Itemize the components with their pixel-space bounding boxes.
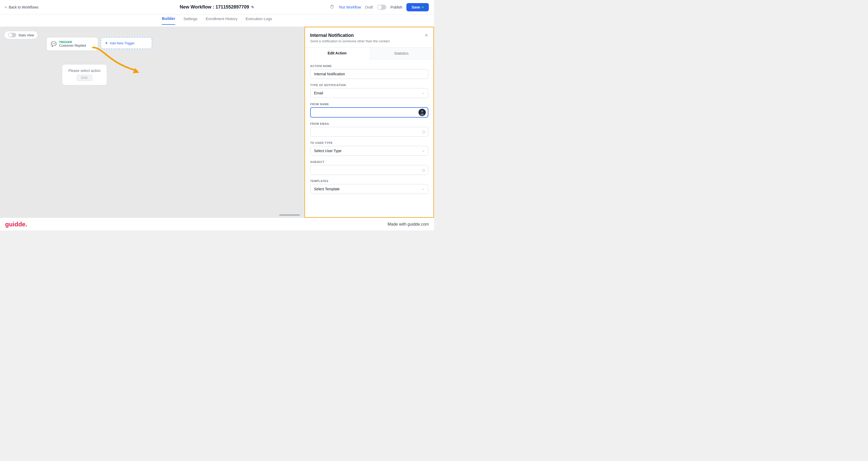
tab-execution-logs[interactable]: Execution Logs (246, 17, 272, 25)
from-name-label: FROM NAME (310, 103, 428, 106)
panel-tab-edit-action[interactable]: Edit Action (305, 47, 369, 59)
edit-title-icon[interactable]: ✎ (251, 5, 254, 9)
stats-toggle-knob (8, 33, 12, 37)
stats-view-label: Stats View (18, 33, 34, 37)
header-left: ‹ Back to Workflows (5, 4, 38, 10)
panel-body: ACTION NAME TYPE OF NOTIFICATION Email S… (305, 59, 433, 217)
to-user-type-label: TO USER TYPE (310, 141, 428, 144)
draft-label: Draft (365, 5, 373, 9)
internal-notification-panel: Internal Notification ✕ Send a notificat… (305, 27, 434, 218)
test-workflow-button[interactable]: Test Workflow (339, 5, 361, 9)
from-name-input-wrapper (310, 107, 428, 118)
header-center: New Workflow : 1711552897709 ✎ (180, 4, 254, 10)
header-right: ⏱ Test Workflow Draft Publish Save (330, 3, 429, 11)
trigger-value: Customer Replied (59, 43, 86, 47)
add-trigger-label: Add New Trigger (110, 41, 135, 45)
subject-input-wrapper: ◇ (310, 165, 428, 175)
trigger-chat-icon: 💬 (51, 41, 57, 47)
subject-input[interactable] (310, 165, 428, 175)
trigger-label: Trigger (59, 40, 86, 43)
workflow-title-text: New Workflow : 1711552897709 (180, 4, 249, 10)
to-user-type-field-group: TO USER TYPE Select User Type Admin Agen… (310, 141, 428, 156)
sub-navigation: Builder Settings Enrollment History Exec… (0, 14, 434, 27)
footer-bar: guidde. Made with guidde.com (0, 218, 434, 230)
tab-settings[interactable]: Settings (183, 17, 197, 25)
panel-header: Internal Notification ✕ Send a notificat… (305, 27, 433, 47)
type-of-notification-select-wrapper: Email SMS Push (310, 88, 428, 98)
back-arrow-icon: ‹ (5, 4, 7, 10)
action-name-field-group: ACTION NAME (310, 64, 428, 79)
action-node-end-label: END (77, 75, 92, 81)
trigger-node-content: Trigger Customer Replied (59, 40, 86, 47)
made-with-text: Made with guidde.com (388, 222, 429, 227)
panel-tab-statistics[interactable]: Statistics (369, 47, 433, 59)
type-of-notification-label: TYPE OF NOTIFICATION (310, 84, 428, 87)
please-select-action-node[interactable]: Please select action END (62, 64, 107, 85)
guidde-logo: guidde. (5, 221, 27, 228)
templates-select-wrapper: Select Template (310, 184, 428, 194)
subject-tag-icon: ◇ (422, 168, 425, 172)
add-new-trigger-node[interactable]: + Add New Trigger (101, 37, 152, 49)
stats-toggle-switch[interactable] (8, 33, 16, 37)
panel-subtitle: Send a notification to someone other tha… (310, 39, 428, 43)
workflow-canvas: Stats View 💬 Trigger Customer Replied + … (0, 27, 434, 218)
panel-title: Internal Notification (310, 33, 354, 38)
publish-label: Publish (391, 5, 402, 9)
from-email-input[interactable] (310, 127, 428, 137)
type-of-notification-select[interactable]: Email SMS Push (310, 88, 428, 98)
save-button[interactable]: Save (406, 3, 429, 11)
user-avatar-icon (418, 109, 426, 116)
toggle-knob (377, 5, 382, 9)
from-name-input[interactable] (310, 107, 428, 118)
type-of-notification-field-group: TYPE OF NOTIFICATION Email SMS Push (310, 84, 428, 98)
from-name-field-group: FROM NAME (310, 103, 428, 118)
back-to-workflows-link[interactable]: Back to Workflows (9, 5, 38, 9)
to-user-type-select[interactable]: Select User Type Admin Agent Contact (310, 146, 428, 156)
svg-point-2 (421, 110, 423, 112)
tab-enrollment-history[interactable]: Enrollment History (206, 17, 237, 25)
templates-field-group: TEMPLATES Select Template (310, 179, 428, 194)
action-node-text: Please select action (68, 69, 101, 73)
trigger-node[interactable]: 💬 Trigger Customer Replied (46, 37, 98, 51)
from-email-field-group: FROM EMAIL ◇ (310, 122, 428, 137)
panel-close-button[interactable]: ✕ (425, 32, 428, 38)
draft-publish-toggle[interactable] (377, 5, 386, 10)
from-email-label: FROM EMAIL (310, 122, 428, 125)
add-trigger-plus-icon: + (105, 41, 107, 45)
subject-field-group: SUBJECT ◇ (310, 160, 428, 175)
subject-label: SUBJECT (310, 160, 428, 163)
canvas-scrollbar[interactable] (279, 215, 300, 216)
from-email-input-wrapper: ◇ (310, 127, 428, 137)
action-name-input[interactable] (310, 69, 428, 79)
workflow-title: New Workflow : 1711552897709 ✎ (180, 4, 254, 10)
svg-point-3 (420, 113, 424, 116)
clock-icon[interactable]: ⏱ (330, 4, 334, 10)
templates-label: TEMPLATES (310, 179, 428, 183)
tab-builder[interactable]: Builder (162, 16, 175, 25)
app-header: ‹ Back to Workflows New Workflow : 17115… (0, 0, 434, 14)
stats-view-toggle[interactable]: Stats View (4, 31, 38, 39)
svg-marker-0 (133, 68, 140, 73)
to-user-type-select-wrapper: Select User Type Admin Agent Contact (310, 146, 428, 156)
action-name-label: ACTION NAME (310, 64, 428, 68)
panel-title-row: Internal Notification ✕ (310, 32, 428, 38)
panel-tabs: Edit Action Statistics (305, 47, 433, 59)
templates-select[interactable]: Select Template (310, 184, 428, 194)
tag-icon: ◇ (422, 129, 425, 134)
